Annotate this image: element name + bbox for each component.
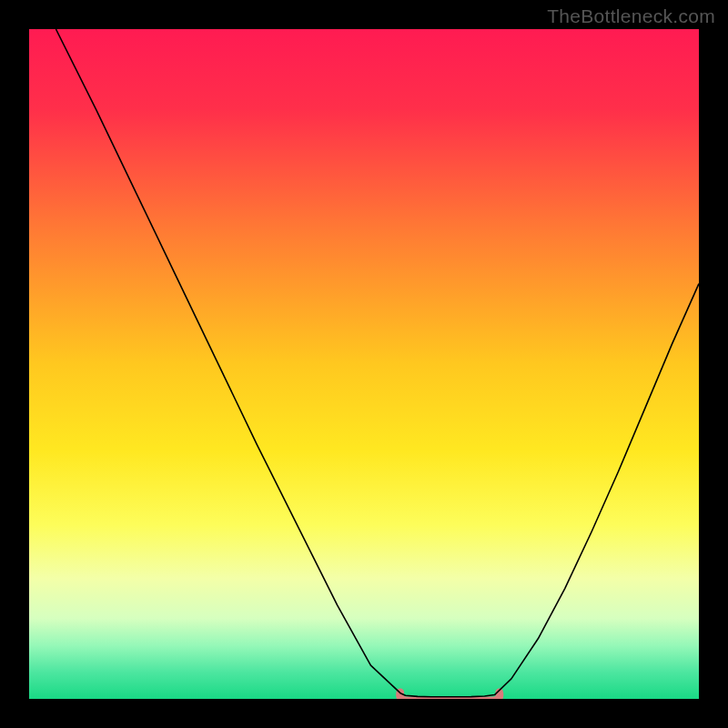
bottleneck-curve — [29, 29, 699, 699]
plot-area — [29, 29, 699, 699]
watermark-text: TheBottleneck.com — [547, 5, 715, 27]
frame: TheBottleneck.com — [0, 0, 728, 728]
